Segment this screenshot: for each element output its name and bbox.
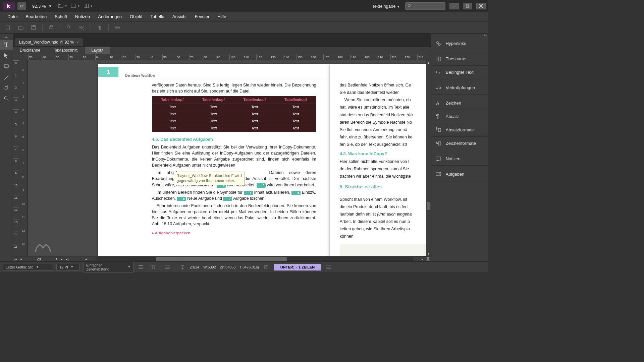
menu-hilfe[interactable]: Hilfe [214,14,230,19]
split-view-icon[interactable] [425,257,431,261]
svg-point-5 [408,5,411,7]
collapse-icon[interactable]: ▸▸ [431,34,488,37]
scroll-up-icon[interactable]: ▲ [426,60,431,65]
panel-verknüpfungen[interactable]: Verknüpfungen [431,81,488,95]
menubar: Datei Bearbeiten Schrift Notizen Änderun… [0,12,488,21]
arrange-button[interactable]: ▼ [83,2,93,10]
menu-ansicht[interactable]: Ansicht [168,14,191,19]
next-page-icon[interactable]: ▸ [59,257,65,261]
search-input[interactable] [405,2,445,10]
hand-tool[interactable] [0,83,13,93]
body-text: stattdessen das Bedienfeld Notizen (üb [340,112,431,118]
vertical-scrollbar[interactable]: ▲ ▼ [426,60,431,256]
menu-schrift[interactable]: Schrift [51,14,71,19]
last-page-icon[interactable]: ▸| [65,257,70,261]
hscroll-right-icon[interactable]: ▸ [420,257,425,261]
tooltip: "Layout_Workflow-Struktur i.icml" wird g… [174,172,245,185]
leading-value: Einfacher Zeilenabstand [86,263,125,271]
zoom-level[interactable]: 92,3 %▼ [29,4,55,9]
find-icon[interactable] [65,23,73,32]
spellcheck-icon[interactable]: abc [78,23,86,32]
menu-bearbeiten[interactable]: Bearbeiten [21,14,51,19]
panel-absatz[interactable]: ¶Absatz [431,110,488,123]
first-page-icon[interactable]: |◂ [13,257,18,261]
screen-mode-button[interactable]: ▼ [70,2,80,10]
canvas[interactable]: 1 Der ideale Workflow verfügbaren Daten … [28,60,431,256]
view-options-button[interactable]: ▼ [58,2,68,10]
view-tab-textabschnitt[interactable]: Textabschnitt [47,47,85,54]
horizontal-scrollbar[interactable] [96,257,413,261]
svg-text:T: T [436,70,438,73]
page-number-field[interactable]: 20 [24,257,54,261]
panel-aufgaben[interactable]: Aufgaben [431,168,488,181]
view-tab-layout[interactable]: Layout [85,47,110,54]
svg-rect-1 [59,4,60,5]
print-icon[interactable] [47,23,55,32]
close-button[interactable] [476,3,486,9]
panel-label: Thesaurus [446,56,466,61]
leading-combo[interactable]: Einfacher Zeilenabstand▼ [83,262,133,273]
bridge-button[interactable]: Br [17,2,26,10]
svg-text:A: A [436,141,438,145]
font-name: Letter Gothic Std [6,265,34,269]
open-icon[interactable] [17,23,25,32]
type-tool[interactable]: T [0,40,13,50]
menu-tabelle[interactable]: Tabelle [147,14,168,19]
panel-zeichen[interactable]: AZeichen [431,97,488,110]
panel-thesaurus[interactable]: Thesaurus [431,52,488,66]
svg-point-36 [439,87,441,89]
scroll-thumb[interactable] [427,202,430,210]
panel-hyperlinks[interactable]: Hyperlinks [431,37,488,50]
svg-rect-16 [50,25,52,27]
body-text: Spricht man von einem Workflow, ist [340,196,431,202]
panel-zeichenformate[interactable]: AZeichenformate [431,137,488,150]
align-left-icon[interactable] [137,264,145,270]
zoom-tool[interactable] [0,94,13,103]
save-icon[interactable] [30,23,38,32]
svg-rect-14 [33,25,35,27]
menu-aenderungen[interactable]: Änderungen [94,14,126,19]
position-tool[interactable] [0,51,13,60]
collapse-icon[interactable]: ▸▸ [0,36,13,39]
body-text: Sehr interessante Funktionen finden sich… [152,203,316,227]
panel-absatzformate[interactable]: ¶Absatzformate [431,123,488,137]
workspace-mode[interactable]: Texteingabe ▼ [369,4,402,9]
note-tool[interactable] [0,62,13,71]
columns-icon[interactable] [148,264,156,270]
scroll-down-icon[interactable]: ▼ [426,251,431,256]
menu-fenster[interactable]: Fenster [191,14,213,19]
menu-lines-icon[interactable] [113,23,121,32]
menu-objekt[interactable]: Objekt [126,14,147,19]
mode-label: Texteingabe [372,4,395,9]
hscroll-left-icon[interactable]: ◂ [84,257,89,261]
prev-page-icon[interactable]: ◂ [18,257,24,261]
page-dropdown-icon[interactable]: ▼ [54,257,59,260]
depth-icon[interactable] [178,264,186,270]
minimize-button[interactable] [449,3,459,9]
close-tab-icon[interactable]: × [76,40,78,44]
menu-datei[interactable]: Datei [3,14,21,19]
justify-icon[interactable] [163,264,171,270]
maximize-button[interactable] [463,3,472,9]
panel-notizen[interactable]: Notizen [431,152,488,166]
eyedropper-tool[interactable] [0,72,13,82]
pilcrow-icon[interactable]: ¶ [96,23,104,32]
new-doc-icon[interactable] [4,23,12,32]
menu-lines-icon[interactable] [325,264,333,270]
scroll-thumb[interactable] [156,257,287,261]
svg-text:abc: abc [79,25,84,29]
copyfit-icon[interactable]: T [262,264,270,270]
svg-rect-44 [436,172,441,176]
size-combo[interactable]: 12 Pt▼ [56,264,80,270]
document-tab[interactable]: Layout_Workflow.indd @ 92 %× [15,38,83,46]
panel-bedingter text[interactable]: TTBedingter Text [431,66,488,79]
body-text: können. [340,233,431,239]
body-text: de den Rahmen sprengen, zumal Sie [340,166,431,172]
view-tab-druckfahne[interactable]: Druckfahne [13,47,47,54]
page-right: das Bedienfeld Notizen öffnet sich. Ge S… [330,64,431,256]
text-metrics: Z:624 W:5392 Zn:37053 T:3476,01m [190,265,259,269]
heading-4-6: 4.6. Das Bedienfeld Aufgaben [152,136,316,143]
font-combo[interactable]: Letter Gothic Std▼ [3,264,53,270]
menu-notizen[interactable]: Notizen [71,14,94,19]
tooltip-line: "Layout_Workflow-Struktur i.icml" wird [177,173,242,178]
